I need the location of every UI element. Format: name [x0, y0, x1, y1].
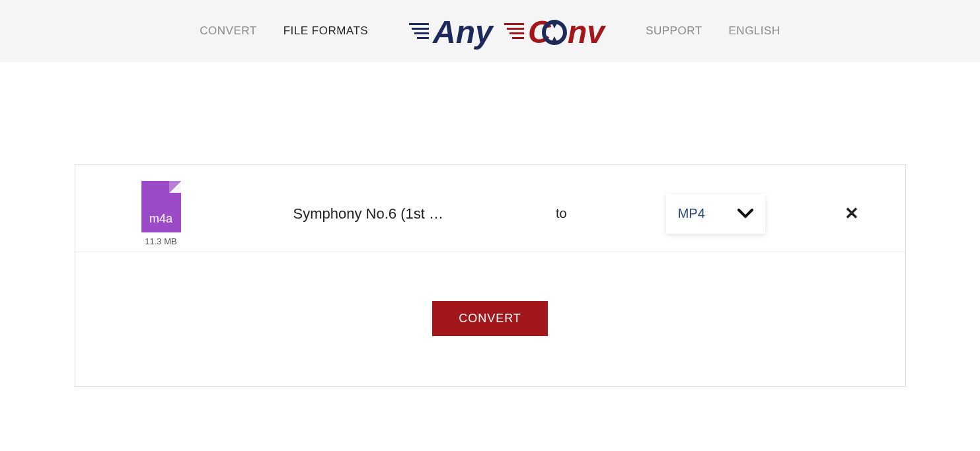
convert-row: CONVERT — [75, 252, 905, 336]
svg-rect-6 — [507, 28, 524, 30]
target-format-value: MP4 — [678, 206, 705, 221]
svg-rect-3 — [417, 37, 429, 39]
svg-text:nv: nv — [568, 15, 606, 50]
nav-support[interactable]: SUPPORT — [646, 24, 702, 38]
logo[interactable]: Any C nv — [408, 11, 606, 51]
header: CONVERT FILE FORMATS Any C — [0, 0, 980, 62]
svg-rect-8 — [512, 37, 524, 39]
file-size: 11.3 MB — [145, 236, 176, 246]
file-ext-label: m4a — [149, 212, 172, 226]
svg-rect-7 — [509, 32, 524, 34]
nav-english[interactable]: ENGLISH — [729, 24, 780, 38]
main-content: m4a 11.3 MB Symphony No.6 (1st … to MP4 … — [0, 62, 980, 387]
file-icon-wrap: m4a 11.3 MB — [122, 181, 201, 246]
close-icon: ✕ — [845, 203, 859, 223]
nav-file-formats[interactable]: FILE FORMATS — [283, 24, 368, 38]
file-row: m4a 11.3 MB Symphony No.6 (1st … to MP4 … — [75, 165, 905, 252]
svg-rect-0 — [409, 23, 429, 25]
to-label: to — [556, 206, 567, 221]
nav-convert[interactable]: CONVERT — [200, 24, 256, 38]
target-format-select[interactable]: MP4 — [666, 194, 765, 234]
svg-text:C: C — [528, 15, 552, 50]
conversion-panel: m4a 11.3 MB Symphony No.6 (1st … to MP4 … — [75, 164, 906, 387]
svg-rect-1 — [412, 28, 429, 30]
file-icon: m4a — [141, 181, 181, 232]
remove-file-button[interactable]: ✕ — [838, 197, 866, 230]
svg-rect-5 — [504, 23, 524, 25]
chevron-down-icon — [737, 209, 753, 219]
convert-button[interactable]: CONVERT — [432, 301, 548, 336]
file-name: Symphony No.6 (1st … — [293, 205, 443, 223]
svg-rect-2 — [414, 32, 429, 34]
svg-text:Any: Any — [432, 15, 494, 50]
